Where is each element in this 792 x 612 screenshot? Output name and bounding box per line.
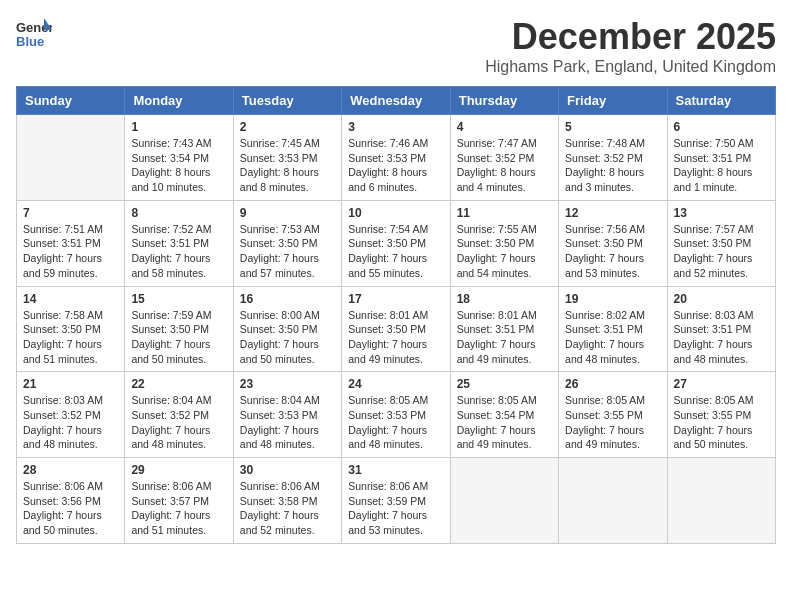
- calendar-cell: 1Sunrise: 7:43 AMSunset: 3:54 PMDaylight…: [125, 115, 233, 201]
- col-header-monday: Monday: [125, 87, 233, 115]
- calendar-cell: 20Sunrise: 8:03 AMSunset: 3:51 PMDayligh…: [667, 286, 775, 372]
- day-info: Sunrise: 7:51 AMSunset: 3:51 PMDaylight:…: [23, 222, 118, 281]
- day-number: 23: [240, 377, 335, 391]
- calendar-cell: [667, 458, 775, 544]
- location: Highams Park, England, United Kingdom: [485, 58, 776, 76]
- day-number: 7: [23, 206, 118, 220]
- day-number: 9: [240, 206, 335, 220]
- day-number: 27: [674, 377, 769, 391]
- calendar-cell: 2Sunrise: 7:45 AMSunset: 3:53 PMDaylight…: [233, 115, 341, 201]
- day-number: 18: [457, 292, 552, 306]
- calendar-cell: 6Sunrise: 7:50 AMSunset: 3:51 PMDaylight…: [667, 115, 775, 201]
- day-info: Sunrise: 8:01 AMSunset: 3:50 PMDaylight:…: [348, 308, 443, 367]
- page-header: General Blue December 2025 Highams Park,…: [16, 16, 776, 76]
- calendar-cell: 17Sunrise: 8:01 AMSunset: 3:50 PMDayligh…: [342, 286, 450, 372]
- calendar-cell: 23Sunrise: 8:04 AMSunset: 3:53 PMDayligh…: [233, 372, 341, 458]
- day-info: Sunrise: 8:06 AMSunset: 3:56 PMDaylight:…: [23, 479, 118, 538]
- day-info: Sunrise: 8:01 AMSunset: 3:51 PMDaylight:…: [457, 308, 552, 367]
- calendar-cell: 14Sunrise: 7:58 AMSunset: 3:50 PMDayligh…: [17, 286, 125, 372]
- col-header-friday: Friday: [559, 87, 667, 115]
- calendar-cell: 5Sunrise: 7:48 AMSunset: 3:52 PMDaylight…: [559, 115, 667, 201]
- logo-icon: General Blue: [16, 16, 52, 52]
- calendar-cell: 16Sunrise: 8:00 AMSunset: 3:50 PMDayligh…: [233, 286, 341, 372]
- calendar-cell: 25Sunrise: 8:05 AMSunset: 3:54 PMDayligh…: [450, 372, 558, 458]
- day-number: 21: [23, 377, 118, 391]
- calendar-week-row: 7Sunrise: 7:51 AMSunset: 3:51 PMDaylight…: [17, 200, 776, 286]
- calendar-cell: 3Sunrise: 7:46 AMSunset: 3:53 PMDaylight…: [342, 115, 450, 201]
- calendar-cell: 10Sunrise: 7:54 AMSunset: 3:50 PMDayligh…: [342, 200, 450, 286]
- day-info: Sunrise: 8:06 AMSunset: 3:58 PMDaylight:…: [240, 479, 335, 538]
- day-number: 19: [565, 292, 660, 306]
- day-info: Sunrise: 8:05 AMSunset: 3:55 PMDaylight:…: [565, 393, 660, 452]
- day-info: Sunrise: 7:50 AMSunset: 3:51 PMDaylight:…: [674, 136, 769, 195]
- day-number: 15: [131, 292, 226, 306]
- day-info: Sunrise: 8:00 AMSunset: 3:50 PMDaylight:…: [240, 308, 335, 367]
- day-number: 20: [674, 292, 769, 306]
- calendar-cell: [17, 115, 125, 201]
- day-info: Sunrise: 7:57 AMSunset: 3:50 PMDaylight:…: [674, 222, 769, 281]
- calendar-cell: 30Sunrise: 8:06 AMSunset: 3:58 PMDayligh…: [233, 458, 341, 544]
- calendar-cell: 31Sunrise: 8:06 AMSunset: 3:59 PMDayligh…: [342, 458, 450, 544]
- title-block: December 2025 Highams Park, England, Uni…: [485, 16, 776, 76]
- calendar-cell: 21Sunrise: 8:03 AMSunset: 3:52 PMDayligh…: [17, 372, 125, 458]
- calendar-cell: [450, 458, 558, 544]
- calendar-cell: 13Sunrise: 7:57 AMSunset: 3:50 PMDayligh…: [667, 200, 775, 286]
- day-number: 17: [348, 292, 443, 306]
- day-number: 11: [457, 206, 552, 220]
- calendar-cell: 12Sunrise: 7:56 AMSunset: 3:50 PMDayligh…: [559, 200, 667, 286]
- col-header-wednesday: Wednesday: [342, 87, 450, 115]
- day-number: 26: [565, 377, 660, 391]
- calendar-cell: 29Sunrise: 8:06 AMSunset: 3:57 PMDayligh…: [125, 458, 233, 544]
- day-number: 1: [131, 120, 226, 134]
- day-number: 10: [348, 206, 443, 220]
- day-number: 30: [240, 463, 335, 477]
- calendar-week-row: 1Sunrise: 7:43 AMSunset: 3:54 PMDaylight…: [17, 115, 776, 201]
- day-info: Sunrise: 8:06 AMSunset: 3:59 PMDaylight:…: [348, 479, 443, 538]
- calendar-header-row: SundayMondayTuesdayWednesdayThursdayFrid…: [17, 87, 776, 115]
- calendar-cell: 22Sunrise: 8:04 AMSunset: 3:52 PMDayligh…: [125, 372, 233, 458]
- day-info: Sunrise: 8:03 AMSunset: 3:52 PMDaylight:…: [23, 393, 118, 452]
- calendar-week-row: 14Sunrise: 7:58 AMSunset: 3:50 PMDayligh…: [17, 286, 776, 372]
- day-info: Sunrise: 7:59 AMSunset: 3:50 PMDaylight:…: [131, 308, 226, 367]
- day-number: 5: [565, 120, 660, 134]
- day-info: Sunrise: 7:46 AMSunset: 3:53 PMDaylight:…: [348, 136, 443, 195]
- col-header-tuesday: Tuesday: [233, 87, 341, 115]
- day-number: 14: [23, 292, 118, 306]
- day-info: Sunrise: 8:02 AMSunset: 3:51 PMDaylight:…: [565, 308, 660, 367]
- calendar-cell: 4Sunrise: 7:47 AMSunset: 3:52 PMDaylight…: [450, 115, 558, 201]
- day-info: Sunrise: 7:54 AMSunset: 3:50 PMDaylight:…: [348, 222, 443, 281]
- day-number: 25: [457, 377, 552, 391]
- day-number: 12: [565, 206, 660, 220]
- calendar-cell: 8Sunrise: 7:52 AMSunset: 3:51 PMDaylight…: [125, 200, 233, 286]
- day-info: Sunrise: 7:56 AMSunset: 3:50 PMDaylight:…: [565, 222, 660, 281]
- col-header-thursday: Thursday: [450, 87, 558, 115]
- day-info: Sunrise: 8:05 AMSunset: 3:54 PMDaylight:…: [457, 393, 552, 452]
- day-number: 31: [348, 463, 443, 477]
- day-number: 2: [240, 120, 335, 134]
- col-header-sunday: Sunday: [17, 87, 125, 115]
- calendar-cell: 26Sunrise: 8:05 AMSunset: 3:55 PMDayligh…: [559, 372, 667, 458]
- calendar-cell: [559, 458, 667, 544]
- calendar-cell: 15Sunrise: 7:59 AMSunset: 3:50 PMDayligh…: [125, 286, 233, 372]
- day-info: Sunrise: 8:04 AMSunset: 3:52 PMDaylight:…: [131, 393, 226, 452]
- month-title: December 2025: [485, 16, 776, 58]
- day-info: Sunrise: 8:04 AMSunset: 3:53 PMDaylight:…: [240, 393, 335, 452]
- day-info: Sunrise: 8:05 AMSunset: 3:53 PMDaylight:…: [348, 393, 443, 452]
- day-number: 16: [240, 292, 335, 306]
- calendar-cell: 18Sunrise: 8:01 AMSunset: 3:51 PMDayligh…: [450, 286, 558, 372]
- day-info: Sunrise: 7:48 AMSunset: 3:52 PMDaylight:…: [565, 136, 660, 195]
- day-info: Sunrise: 7:58 AMSunset: 3:50 PMDaylight:…: [23, 308, 118, 367]
- calendar-table: SundayMondayTuesdayWednesdayThursdayFrid…: [16, 86, 776, 544]
- calendar-cell: 11Sunrise: 7:55 AMSunset: 3:50 PMDayligh…: [450, 200, 558, 286]
- calendar-cell: 28Sunrise: 8:06 AMSunset: 3:56 PMDayligh…: [17, 458, 125, 544]
- calendar-week-row: 21Sunrise: 8:03 AMSunset: 3:52 PMDayligh…: [17, 372, 776, 458]
- calendar-cell: 24Sunrise: 8:05 AMSunset: 3:53 PMDayligh…: [342, 372, 450, 458]
- calendar-week-row: 28Sunrise: 8:06 AMSunset: 3:56 PMDayligh…: [17, 458, 776, 544]
- day-number: 29: [131, 463, 226, 477]
- calendar-cell: 9Sunrise: 7:53 AMSunset: 3:50 PMDaylight…: [233, 200, 341, 286]
- day-info: Sunrise: 7:52 AMSunset: 3:51 PMDaylight:…: [131, 222, 226, 281]
- day-number: 8: [131, 206, 226, 220]
- svg-text:Blue: Blue: [16, 34, 44, 49]
- day-info: Sunrise: 8:05 AMSunset: 3:55 PMDaylight:…: [674, 393, 769, 452]
- day-number: 24: [348, 377, 443, 391]
